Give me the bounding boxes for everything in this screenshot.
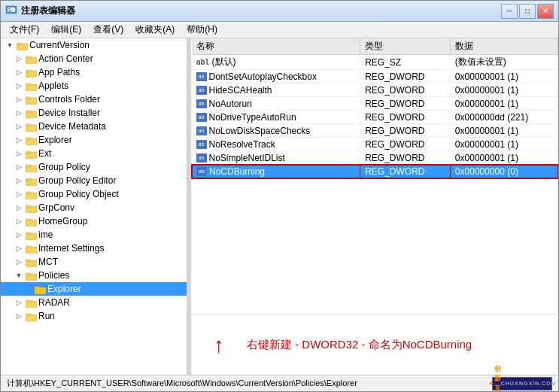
folder-icon xyxy=(25,67,37,77)
tree-item-radar[interactable]: ▷ RADAR xyxy=(1,296,187,309)
col-type: 类型 xyxy=(360,38,451,55)
folder-icon xyxy=(25,202,37,213)
row-type: REG_DWORD xyxy=(360,70,451,84)
folder-icon xyxy=(25,270,37,281)
expand-icon: ▼ xyxy=(4,39,16,51)
table-row-selected[interactable]: abNoCDBurning REG_DWORD 0x00000000 (0) xyxy=(192,165,558,178)
folder-icon xyxy=(25,311,37,321)
tree-item-group-policy[interactable]: ▷ Group Policy xyxy=(1,160,187,174)
expand-icon: ▷ xyxy=(13,188,25,200)
expand-icon: ▷ xyxy=(13,53,25,65)
tree-item-explorer[interactable]: ▷ Explorer xyxy=(1,133,187,147)
expand-icon: ▷ xyxy=(13,161,25,173)
menu-help[interactable]: 帮助(H) xyxy=(181,22,223,38)
row-data: 0x00000001 (1) xyxy=(450,84,557,97)
svg-rect-16 xyxy=(26,111,31,113)
status-path: 计算机\HKEY_CURRENT_USER\Software\Microsoft… xyxy=(7,378,492,389)
tree-item-device-installer[interactable]: ▷ Device Installer xyxy=(1,106,187,120)
tree-item-grpconv[interactable]: ▷ GrpConv xyxy=(1,201,187,214)
logo: ✦ 创新互联CHUANGXIN.COM xyxy=(492,377,552,390)
row-name: abNoAutorun xyxy=(192,97,360,111)
row-type: REG_DWORD xyxy=(360,111,451,124)
table-row[interactable]: abDontSetAutoplayCheckbox REG_DWORD 0x00… xyxy=(192,70,558,84)
menu-edit[interactable]: 编辑(E) xyxy=(45,22,87,38)
close-button[interactable]: ✕ xyxy=(537,4,554,19)
tree-item-explorer-sub[interactable]: Explorer xyxy=(1,282,187,296)
row-name: abNoResolveTrack xyxy=(192,138,360,151)
arrow-up-icon: ↑ xyxy=(214,333,224,357)
folder-icon xyxy=(25,108,37,118)
tree-label: App Paths xyxy=(38,67,80,77)
svg-rect-34 xyxy=(26,232,31,235)
tree-item-group-policy-editor[interactable]: ▷ Group Policy Editor xyxy=(1,174,187,187)
svg-rect-26 xyxy=(26,178,31,181)
tree-label: MCT xyxy=(38,257,58,267)
svg-rect-4 xyxy=(8,11,11,12)
table-row[interactable]: abl(默认) REG_SZ (数值未设置) xyxy=(192,55,558,70)
col-data: 数据 xyxy=(450,38,557,55)
table-row[interactable]: abNoDriveTypeAutoRun REG_DWORD 0x000000d… xyxy=(192,111,558,124)
annotation-area: ↑ 右键新建 - DWORD32 - 命名为NoCDBurning xyxy=(191,315,558,375)
tree-label: GrpConv xyxy=(38,202,74,213)
table-row[interactable]: abNoAutorun REG_DWORD 0x00000001 (1) xyxy=(192,97,558,111)
row-type: REG_SZ xyxy=(360,55,451,70)
folder-icon xyxy=(25,135,37,145)
table-row[interactable]: abNoLowDiskSpaceChecks REG_DWORD 0x00000… xyxy=(192,124,558,138)
row-data: 0x00000001 (1) xyxy=(450,138,557,151)
registry-table[interactable]: 名称 类型 数据 abl(默认) REG_SZ (数值未设置) xyxy=(191,38,558,315)
tree-item-mct[interactable]: ▷ MCT xyxy=(1,255,187,269)
tree-item-current-version[interactable]: ▼ CurrentVersion xyxy=(1,38,187,52)
folder-icon xyxy=(25,297,37,308)
menu-favorites[interactable]: 收藏夹(A) xyxy=(129,22,181,38)
tree-item-applets[interactable]: ▷ Applets xyxy=(1,79,187,93)
table-row[interactable]: abNoResolveTrack REG_DWORD 0x00000001 (1… xyxy=(192,138,558,151)
svg-rect-42 xyxy=(35,287,40,289)
row-type: REG_DWORD xyxy=(360,165,451,178)
row-name: abNoLowDiskSpaceChecks xyxy=(192,124,360,138)
row-type: REG_DWORD xyxy=(360,84,451,97)
folder-icon xyxy=(25,162,37,172)
minimize-button[interactable]: ─ xyxy=(501,4,518,19)
tree-item-controls-folder[interactable]: ▷ Controls Folder xyxy=(1,93,187,106)
tree-item-group-policy-object[interactable]: ▷ Group Policy Object xyxy=(1,187,187,201)
tree-item-ime[interactable]: ▷ ime xyxy=(1,228,187,242)
svg-rect-30 xyxy=(26,205,31,208)
row-type: REG_DWORD xyxy=(360,124,451,138)
folder-icon xyxy=(16,40,28,50)
menu-bar: 文件(F) 编辑(E) 查看(V) 收藏夹(A) 帮助(H) xyxy=(1,22,558,38)
tree-item-app-paths[interactable]: ▷ App Paths xyxy=(1,65,187,79)
row-data: 0x00000000 (0) xyxy=(450,165,557,178)
folder-icon xyxy=(25,81,37,91)
tree-item-run[interactable]: ▷ Run xyxy=(1,309,187,323)
tree-label: RADAR xyxy=(38,297,70,308)
expand-icon: ▷ xyxy=(13,256,25,268)
menu-view[interactable]: 查看(V) xyxy=(87,22,129,38)
expand-icon: ▷ xyxy=(13,107,25,119)
tree-item-ext[interactable]: ▷ Ext xyxy=(1,147,187,160)
folder-icon xyxy=(25,257,37,267)
expand-icon: ▷ xyxy=(13,229,25,241)
svg-rect-38 xyxy=(26,260,31,262)
table-row[interactable]: abHideSCAHealth REG_DWORD 0x00000001 (1) xyxy=(192,84,558,97)
right-panel: 名称 类型 数据 abl(默认) REG_SZ (数值未设置) xyxy=(191,38,558,375)
col-name: 名称 xyxy=(192,38,360,55)
tree-label: ime xyxy=(38,229,53,240)
table-row[interactable]: abNoSimpleNetIDList REG_DWORD 0x00000001… xyxy=(192,151,558,165)
title-bar: 注册表编辑器 ─ □ ✕ xyxy=(1,1,558,22)
row-data: 0x000000dd (221) xyxy=(450,111,557,124)
folder-icon xyxy=(25,53,37,64)
tree-item-action-center[interactable]: ▷ Action Center xyxy=(1,52,187,65)
menu-file[interactable]: 文件(F) xyxy=(4,22,45,38)
svg-rect-3 xyxy=(8,10,13,11)
tree-panel[interactable]: ▼ CurrentVersion ▷ Acti xyxy=(1,38,187,375)
maximize-button[interactable]: □ xyxy=(519,4,536,19)
tree-item-policies[interactable]: ▼ Policies xyxy=(1,269,187,282)
main-content: ▼ CurrentVersion ▷ Acti xyxy=(1,38,558,375)
svg-rect-14 xyxy=(26,97,31,99)
annotation-text: 右键新建 - DWORD32 - 命名为NoCDBurning xyxy=(247,338,472,352)
tree-item-homegroup[interactable]: ▷ HomeGroup xyxy=(1,214,187,228)
tree-item-device-metadata[interactable]: ▷ Device Metadata xyxy=(1,120,187,133)
tree-item-internet-settings[interactable]: ▷ Internet Settings xyxy=(1,242,187,255)
expand-icon: ▷ xyxy=(13,242,25,254)
window-title: 注册表编辑器 xyxy=(21,5,501,17)
